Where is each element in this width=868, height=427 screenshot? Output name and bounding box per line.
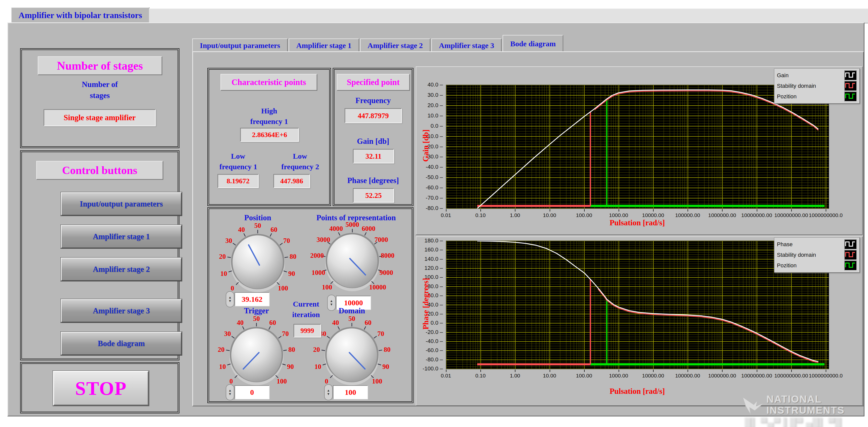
knob-value-trigger: 0 xyxy=(250,388,254,397)
svg-text:40: 40 xyxy=(332,319,339,326)
tab-amplifier-stage-1[interactable]: Amplifier stage 1 xyxy=(289,38,359,52)
tab-label-amplifier-stage-1: Amplifier stage 1 xyxy=(296,41,351,50)
stages-value-box[interactable]: Single stage amplifier xyxy=(43,109,156,126)
control-button-input-output-parameters[interactable]: Input/output parameters xyxy=(61,192,182,216)
legend-row-stability-domain[interactable]: Stability domain xyxy=(777,250,857,260)
characteristic-points-group: Characteristic points High frequency 1 2… xyxy=(207,68,331,206)
svg-text:4000: 4000 xyxy=(330,225,343,232)
characteristic-heading: Characteristic points xyxy=(231,78,306,87)
svg-text:70: 70 xyxy=(282,330,289,337)
legend-label-pozition: Pozition xyxy=(777,262,797,269)
spinner-down-icon[interactable]: ▼ xyxy=(228,299,232,303)
svg-text:30: 30 xyxy=(224,330,231,337)
svg-text:5000: 5000 xyxy=(345,221,359,228)
yaxis-label-bode-phase-diagram: Phase [degrees] xyxy=(421,241,430,367)
knob-value-box-position[interactable]: 39.162 xyxy=(235,292,270,306)
xaxis-label-bode-gain-diagram: Pulsation [rad/s] xyxy=(446,218,829,227)
legend-row-pozition[interactable]: Pozition xyxy=(777,260,857,271)
control-button-label-amplifier-stage-2: Amplifier stage 2 xyxy=(93,265,150,274)
watermark-clipped-line: █▌ ▀▄▀ ▌█▀ ▄█▌ ▀█ xyxy=(745,417,842,427)
svg-text:80: 80 xyxy=(384,346,391,353)
svg-text:60: 60 xyxy=(365,319,371,326)
svg-text:6000: 6000 xyxy=(362,225,375,232)
svg-text:0: 0 xyxy=(229,377,233,385)
chart-svg-bode-gain-diagram xyxy=(446,85,829,208)
control-button-amplifier-stage-2[interactable]: Amplifier stage 2 xyxy=(61,258,182,281)
legend-glyph-stability-domain-icon xyxy=(844,81,857,91)
svg-text:10000: 10000 xyxy=(369,284,386,291)
control-button-label-amplifier-stage-3: Amplifier stage 3 xyxy=(93,306,150,315)
frequency-value: 447.87979 xyxy=(358,112,389,120)
stop-panel: STOP xyxy=(20,362,180,414)
low-freq2-value: 447.986 xyxy=(280,177,303,185)
stop-button[interactable]: STOP xyxy=(53,371,149,406)
legend-glyph-pozition-icon xyxy=(844,261,857,271)
legend-row-phase[interactable]: Phase xyxy=(777,239,857,250)
legend-label-gain: Gain xyxy=(777,72,788,79)
tab-label-amplifier-stage-2: Amplifier stage 2 xyxy=(368,41,423,50)
spinner-up-icon[interactable]: ▲ xyxy=(228,296,232,299)
phase-value: 52.25 xyxy=(365,191,381,200)
window-tab[interactable]: Amplifier with bipolar transistors xyxy=(11,7,150,23)
application-window: Amplifier with bipolar transistors Numbe… xyxy=(0,0,868,427)
knob-value-box-domain[interactable]: 100 xyxy=(333,385,368,399)
watermark-line1: NATIONAL xyxy=(766,394,822,405)
frequency-value-box: 447.87979 xyxy=(344,108,402,123)
svg-text:0: 0 xyxy=(231,285,234,292)
svg-text:20: 20 xyxy=(219,253,226,260)
control-buttons-heading-bar: Control buttons xyxy=(36,161,163,180)
knob-spinner-position[interactable]: ▲▼ xyxy=(226,291,234,307)
control-button-bode-diagram[interactable]: Bode diagram xyxy=(61,332,182,355)
tab-label-amplifier-stage-3: Amplifier stage 3 xyxy=(439,41,494,50)
stages-value: Single stage amplifier xyxy=(64,113,136,122)
spinner-up-icon[interactable]: ▲ xyxy=(330,299,333,303)
svg-text:60: 60 xyxy=(271,226,277,233)
stop-button-label: STOP xyxy=(75,377,127,399)
spinner-down-icon[interactable]: ▼ xyxy=(228,392,232,396)
control-buttons-panel: Control buttons Input/output parametersA… xyxy=(20,151,180,360)
legend-row-gain[interactable]: Gain xyxy=(777,70,857,81)
tab-amplifier-stage-3[interactable]: Amplifier stage 3 xyxy=(431,38,502,52)
xtick-bode-phase-diagram-11: 1000000000.0 xyxy=(804,373,847,379)
tab-bode-diagram[interactable]: Bode diagram xyxy=(503,35,563,52)
knob-spinner-domain[interactable]: ▲▼ xyxy=(324,384,333,400)
legend-label-stability-domain: Stability domain xyxy=(777,83,816,89)
spinner-down-icon[interactable]: ▼ xyxy=(330,303,333,306)
specified-heading: Specified point xyxy=(347,78,400,87)
knob-spinner-trigger[interactable]: ▲▼ xyxy=(226,384,234,400)
tab-input-output-parameters[interactable]: Input/output parameters xyxy=(192,38,288,52)
control-button-label-amplifier-stage-1: Amplifier stage 1 xyxy=(93,232,150,241)
ni-watermark: NATIONAL INSTRUMENTS █▌ ▀▄▀ ▌█▀ ▄█▌ ▀█ xyxy=(742,391,868,427)
chart-svg-bode-phase-diagram xyxy=(446,241,829,369)
knob-dial-points-of-representation[interactable]: 1001000200030004000500060007000800090001… xyxy=(294,218,410,304)
gain-value: 32.11 xyxy=(365,152,381,160)
high-freq-value-box: 2.86364E+6 xyxy=(240,128,299,142)
low-freq1-label-2: frequency 1 xyxy=(209,162,267,171)
window-title: Amplifier with bipolar transistors xyxy=(19,10,142,20)
legend-row-stability-domain[interactable]: Stability domain xyxy=(777,81,857,91)
legend-label-pozition: Pozition xyxy=(777,93,797,100)
legend-glyph-gain-icon xyxy=(844,70,857,80)
spinner-down-icon[interactable]: ▼ xyxy=(327,392,330,396)
tab-amplifier-stage-2[interactable]: Amplifier stage 2 xyxy=(360,38,430,52)
svg-text:10: 10 xyxy=(220,270,227,277)
stages-label-line2: stages xyxy=(21,91,179,100)
svg-text:0: 0 xyxy=(325,377,329,385)
knob-value-box-trigger[interactable]: 0 xyxy=(235,385,270,399)
frequency-label: Frequency xyxy=(333,96,413,105)
spinner-up-icon[interactable]: ▲ xyxy=(228,389,232,392)
high-freq-label-1: High xyxy=(208,107,331,115)
low-freq1-label-1: Low xyxy=(213,152,263,160)
gain-value-box: 32.11 xyxy=(353,149,394,163)
svg-text:30: 30 xyxy=(225,237,232,244)
control-button-amplifier-stage-3[interactable]: Amplifier stage 3 xyxy=(61,299,182,323)
stages-heading-bar: Number of stages xyxy=(38,56,162,75)
control-button-amplifier-stage-1[interactable]: Amplifier stage 1 xyxy=(61,225,182,249)
low-freq1-value-box: 8.19672 xyxy=(217,174,259,188)
xtick-bode-gain-diagram-11: 1000000000.0 xyxy=(804,212,847,218)
legend-bode-gain-diagram: GainStability domainPozition xyxy=(774,68,860,104)
legend-row-pozition[interactable]: Pozition xyxy=(777,91,857,102)
svg-text:90: 90 xyxy=(287,363,294,370)
characteristic-heading-bar: Characteristic points xyxy=(220,74,317,91)
spinner-up-icon[interactable]: ▲ xyxy=(327,389,330,392)
